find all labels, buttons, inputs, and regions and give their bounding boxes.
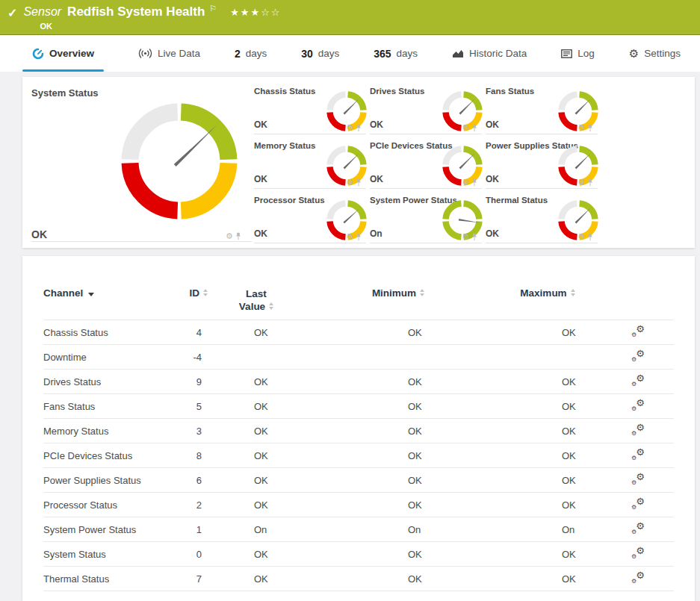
pin-icon[interactable] <box>471 124 477 132</box>
cell-channel: System Power Status <box>43 524 185 535</box>
table-row-memory-status[interactable]: Memory Status 3 OK OK OK ⚙⚙ <box>43 418 674 443</box>
column-header-minimum[interactable]: Minimum <box>305 287 492 320</box>
table-row-system-power-status[interactable]: System Power Status 1 On On On ⚙⚙ <box>43 517 674 541</box>
log-icon <box>561 49 572 58</box>
historic-icon <box>452 49 464 58</box>
table-header: ChannelIDLast ValueMinimumMaximum <box>43 256 674 320</box>
table-row-chassis-status[interactable]: Chassis Status 4 OK OK OK ⚙⚙ <box>43 320 674 344</box>
cell-maximum: OK <box>559 549 630 560</box>
edit-channel-gears-icon[interactable]: ⚙⚙ <box>631 399 645 411</box>
pin-icon[interactable] <box>587 233 593 241</box>
cell-id: 0 <box>185 549 251 560</box>
channel-gauge-title: Processor Status <box>254 196 325 205</box>
edit-channel-gears-icon[interactable]: ⚙⚙ <box>631 350 645 362</box>
cell-last-value: OK <box>251 475 405 486</box>
column-header-id[interactable]: ID <box>185 287 208 320</box>
cell-minimum: OK <box>405 499 559 511</box>
channel-gauge-value: On <box>370 228 382 239</box>
edit-channel-gears-icon[interactable]: ⚙⚙ <box>631 424 645 436</box>
sensor-status-badge: OK <box>40 22 281 31</box>
column-header-last-value[interactable]: Last Value <box>232 287 281 320</box>
channel-gauge-value: OK <box>486 119 499 130</box>
prtg-sensor-page: ✓ Sensor Redfish System Health ⚐ ★★★☆☆ O… <box>0 0 700 601</box>
table-row-power-supplies-status[interactable]: Power Supplies Status 6 OK OK OK ⚙⚙ <box>43 467 674 492</box>
cell-id: 8 <box>185 450 251 461</box>
pin-icon[interactable] <box>356 233 362 241</box>
cell-maximum: OK <box>559 450 630 461</box>
gauge-panel-system-power-status[interactable]: System Power Status On ⚙ <box>370 195 482 243</box>
tab-overview[interactable]: Overview <box>22 35 104 72</box>
gear-icon[interactable]: ⚙ <box>462 178 469 187</box>
gauge-panel-chassis-status[interactable]: Chassis Status OK ⚙ <box>254 86 366 134</box>
gear-icon[interactable]: ⚙ <box>346 233 353 241</box>
gauge-panel-thermal-status[interactable]: Thermal Status OK ⚙ <box>486 195 598 243</box>
channel-gauge-title: Drives Status <box>370 87 425 96</box>
table-row-thermal-status[interactable]: Thermal Status 7 OK OK OK ⚙⚙ <box>43 566 674 591</box>
gear-icon[interactable]: ⚙ <box>462 124 469 132</box>
pin-icon[interactable] <box>356 178 362 187</box>
cell-maximum: On <box>559 524 630 535</box>
priority-stars-icon[interactable]: ★★★☆☆ <box>230 7 281 18</box>
tab-2-days[interactable]: 2 days <box>235 35 267 72</box>
gear-icon[interactable]: ⚙ <box>577 178 585 187</box>
gear-icon[interactable]: ⚙ <box>462 233 469 241</box>
channels-table-panel: ChannelIDLast ValueMinimumMaximum Chassi… <box>22 256 695 601</box>
pin-icon[interactable] <box>471 233 477 241</box>
pin-icon[interactable] <box>235 232 241 240</box>
edit-channel-gears-icon[interactable]: ⚙⚙ <box>631 523 645 535</box>
tab-365-days[interactable]: 365 days <box>374 35 418 72</box>
gauge-panel-power-supplies-status[interactable]: Power Supplies Status OK ⚙ <box>486 140 598 189</box>
gauge-panel-pcie-devices-status[interactable]: PCIe Devices Status OK ⚙ <box>370 140 482 189</box>
status-check-icon: ✓ <box>7 6 17 20</box>
tab-historic-data[interactable]: Historic Data <box>452 35 527 72</box>
gear-icon[interactable]: ⚙ <box>577 124 585 132</box>
gear-icon[interactable]: ⚙ <box>226 232 233 240</box>
tab-live-data[interactable]: Live Data <box>138 35 200 72</box>
cell-id: -4 <box>185 352 251 363</box>
cell-channel: Power Supplies Status <box>43 475 185 486</box>
cell-minimum: OK <box>405 573 559 585</box>
gear-icon[interactable]: ⚙ <box>346 124 353 132</box>
cell-channel: System Status <box>43 549 185 560</box>
flag-icon[interactable]: ⚐ <box>209 4 217 13</box>
gear-icon[interactable]: ⚙ <box>346 178 353 187</box>
table-row-pcie-devices-status[interactable]: PCIe Devices Status 8 OK OK OK ⚙⚙ <box>43 443 674 467</box>
table-row-fans-status[interactable]: Fans Status 5 OK OK OK ⚙⚙ <box>43 393 674 418</box>
edit-channel-gears-icon[interactable]: ⚙⚙ <box>631 547 645 559</box>
table-row-processor-status[interactable]: Processor Status 2 OK OK OK ⚙⚙ <box>43 492 674 517</box>
channel-gauge-title: Thermal Status <box>486 196 548 205</box>
system-status-gauge-panel[interactable]: System Status OK ⚙ <box>22 77 250 248</box>
cell-id: 7 <box>185 573 251 585</box>
tab-30-days[interactable]: 30 days <box>301 35 339 72</box>
edit-channel-gears-icon[interactable]: ⚙⚙ <box>631 449 645 461</box>
pin-icon[interactable] <box>587 124 593 132</box>
pin-icon[interactable] <box>356 124 362 132</box>
column-header-maximum[interactable]: Maximum <box>492 287 604 320</box>
edit-channel-gears-icon[interactable]: ⚙⚙ <box>631 498 645 510</box>
gauge-panel-drives-status[interactable]: Drives Status OK ⚙ <box>370 86 482 134</box>
gear-icon[interactable]: ⚙ <box>577 233 585 241</box>
edit-channel-gears-icon[interactable]: ⚙⚙ <box>631 375 645 387</box>
edit-channel-gears-icon[interactable]: ⚙⚙ <box>631 473 645 485</box>
cell-channel: Downtime <box>43 352 185 363</box>
tab-settings[interactable]: ⚙ Settings <box>629 35 681 72</box>
table-row-drives-status[interactable]: Drives Status 9 OK OK OK ⚙⚙ <box>43 369 674 393</box>
gauge-panel-fans-status[interactable]: Fans Status OK ⚙ <box>486 86 598 134</box>
cell-minimum: OK <box>405 549 559 560</box>
table-row-downtime[interactable]: Downtime -4 ⚙⚙ <box>43 344 674 369</box>
table-row-system-status[interactable]: System Status 0 OK OK OK ⚙⚙ <box>43 541 674 566</box>
pin-icon[interactable] <box>471 178 477 187</box>
pin-icon[interactable] <box>587 178 593 187</box>
gauge-panel-processor-status[interactable]: Processor Status OK ⚙ <box>254 195 366 243</box>
tab-log[interactable]: Log <box>561 35 595 72</box>
edit-channel-gears-icon[interactable]: ⚙⚙ <box>631 326 645 337</box>
cell-channel: Fans Status <box>43 401 185 412</box>
edit-channel-gears-icon[interactable]: ⚙⚙ <box>631 572 645 584</box>
cell-minimum: OK <box>405 426 559 437</box>
cell-channel: Processor Status <box>43 499 185 511</box>
column-header-channel[interactable]: Channel <box>43 287 185 320</box>
gauge-panel-memory-status[interactable]: Memory Status OK ⚙ <box>254 140 366 189</box>
cell-last-value: OK <box>251 573 405 585</box>
channel-gauge-value: OK <box>370 174 383 184</box>
cell-maximum: OK <box>559 499 630 511</box>
